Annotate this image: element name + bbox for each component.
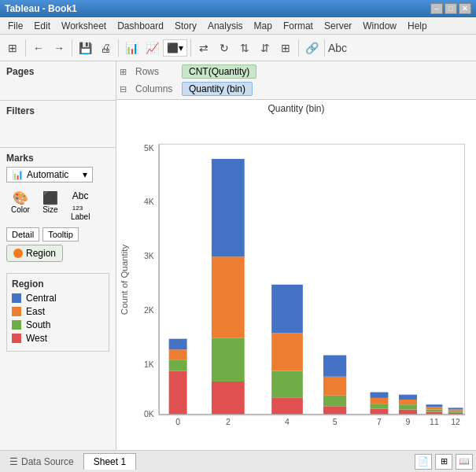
cols-pill[interactable]: Quantity (bin) [182,82,253,96]
svg-text:5: 5 [333,418,338,426]
save-button[interactable]: 💾 [76,39,94,57]
show-me-icon: ⬛ [167,42,179,53]
bar-0-east [169,349,187,360]
bar-4-east [271,333,303,371]
svg-text:4K: 4K [144,197,154,206]
bar-9-south [399,404,417,409]
rows-shelf: ⊞ Rows CNT(Quantity) [120,63,473,80]
menu-story[interactable]: Story [170,19,201,33]
marks-title: Marks [6,153,109,164]
marks-type-label: Automatic [27,169,68,180]
new-sheet-button[interactable]: 📄 [415,454,432,470]
new-story-button[interactable]: 📖 [456,454,473,470]
print-button[interactable]: 🖨 [96,39,115,57]
bar-4-central [271,285,303,334]
chart-type-2[interactable]: 📈 [142,39,161,57]
color-icon: 🎨 [13,190,28,205]
bar-2-south [212,338,245,382]
detail-button[interactable]: Detail [6,227,39,242]
minimize-button[interactable]: ─ [430,3,443,14]
link-button[interactable]: 🔗 [302,39,321,57]
color-label: Color [11,205,30,214]
group-button[interactable]: ⊞ [276,39,295,57]
legend-color-east [12,307,21,316]
svg-text:2K: 2K [144,306,154,315]
region-pill[interactable]: Region [6,245,63,262]
forward-button[interactable]: → [50,39,68,57]
menu-format[interactable]: Format [279,19,318,33]
menu-worksheet[interactable]: Worksheet [57,19,111,33]
rows-pill[interactable]: CNT(Quantity) [182,65,256,79]
tooltip-button[interactable]: Tooltip [42,227,79,242]
bar-2-east [212,256,245,337]
svg-text:5K: 5K [144,144,154,153]
new-button[interactable]: ⊞ [3,39,22,57]
y-axis-label: Count of Quantity [120,245,129,315]
legend-label-south: South [26,319,50,330]
legend-color-south [12,320,21,330]
back-button[interactable]: ← [29,39,48,57]
bar-11-south [426,409,442,411]
show-me-dropdown[interactable]: ⬛ ▾ [163,39,187,57]
sep1 [25,39,26,57]
bar-2-west [212,382,245,415]
marks-type-icon: 📊 [12,169,24,180]
chart-container: Quantity (bin) Count of Quantity 5K 4K 3… [116,100,476,450]
bar-12-east [448,409,463,411]
sort-asc[interactable]: ⇅ [235,39,254,57]
label-label: Label [71,212,90,221]
shelf-area: ⊞ Rows CNT(Quantity) ⊟ Columns Quantity … [116,61,476,100]
close-button[interactable]: ✕ [459,3,471,14]
chart-area: Count of Quantity 5K 4K 3K 2K 1K 0K [120,116,473,444]
size-button[interactable]: ⬛ Size [38,187,63,224]
marks-type-dropdown[interactable]: 📊 Automatic ▾ [6,167,93,183]
window-controls[interactable]: ─ □ ✕ [430,3,471,14]
bar-0-west [169,371,187,414]
menu-edit[interactable]: Edit [29,19,55,33]
filters-section: Filters [0,101,116,148]
menu-map[interactable]: Map [249,19,277,33]
svg-text:1K: 1K [144,360,154,369]
sort-desc[interactable]: ⇵ [256,39,275,57]
label-icon: Abc123 [72,190,89,212]
data-source-tab[interactable]: ☰ Data Source [3,454,80,470]
marks-section: Marks 📊 Automatic ▾ 🎨 Color ⬛ Size Abc12… [0,148,116,267]
menu-server[interactable]: Server [319,19,356,33]
label-button[interactable]: Abc123 Label [66,187,94,224]
color-button[interactable]: 🎨 Color [6,187,35,224]
menu-help[interactable]: Help [403,19,432,33]
bar-7-west [370,408,388,414]
menu-file[interactable]: File [3,19,28,33]
legend-title: Region [12,278,104,289]
bar-5-east [323,377,346,396]
sep3 [118,39,119,57]
pages-section: Pages [0,61,116,101]
chart-svg: Count of Quantity 5K 4K 3K 2K 1K 0K [120,116,473,444]
bar-12-south [448,411,463,413]
legend-color-central [12,293,21,303]
data-source-icon: ☰ [9,456,18,467]
menu-analysis[interactable]: Analysis [203,19,248,33]
sep6 [324,39,325,57]
bar-9-east [399,400,417,404]
text-button[interactable]: Abc [328,39,347,57]
right-content: ⊞ Rows CNT(Quantity) ⊟ Columns Quantity … [116,61,476,450]
legend-item-central: Central [12,293,104,304]
menu-window[interactable]: Window [358,19,401,33]
svg-text:11: 11 [430,418,439,426]
bar-4-west [271,398,303,415]
window-title: Tableau - Book1 [5,3,430,14]
maximize-button[interactable]: □ [445,3,457,14]
sheet1-tab[interactable]: Sheet 1 [83,453,136,470]
svg-rect-12 [159,144,464,415]
pages-title: Pages [6,66,109,77]
new-dashboard-button[interactable]: ⊞ [435,454,452,470]
main-layout: Pages Filters Marks 📊 Automatic ▾ 🎨 Colo… [0,61,476,450]
bar-2-central [212,159,245,256]
menu-dashboard[interactable]: Dashboard [113,19,168,33]
refresh-button[interactable]: ↻ [215,39,234,57]
legend-label-central: Central [26,293,57,304]
chart-type-1[interactable]: 📊 [122,39,141,57]
legend-item-west: West [12,333,104,344]
swap-button[interactable]: ⇄ [194,39,213,57]
